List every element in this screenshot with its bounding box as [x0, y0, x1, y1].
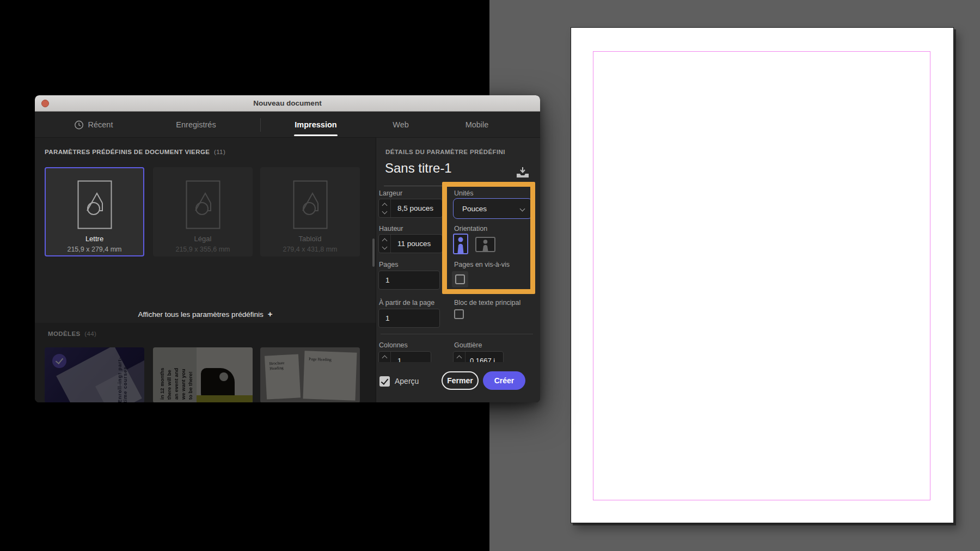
dialog-tabbar: Récent Enregistrés Impression Web Mobile — [35, 112, 540, 138]
templates-count: (44) — [84, 330, 96, 337]
hauteur-label: Hauteur — [379, 225, 403, 232]
show-all-presets-link[interactable]: Afficher tous les paramètres prédéfinis+ — [35, 309, 376, 322]
templates-section: MODÈLES (44) Enroll-ing! part-time cours… — [35, 323, 376, 402]
template-2-text: in 12 months there will be an event and … — [158, 351, 194, 400]
blank-presets-count: (11) — [214, 149, 225, 155]
clock-icon — [75, 120, 84, 130]
tab-impression[interactable]: Impression — [295, 112, 336, 138]
plus-icon: + — [268, 309, 273, 319]
tab-recent-label: Récent — [88, 120, 113, 129]
preset-card-lettre[interactable]: Lettre 215,9 x 279,4 mm — [45, 167, 144, 256]
stepper-up-icon[interactable] — [382, 238, 388, 243]
preset-name: Légal — [154, 235, 252, 243]
largeur-label: Largeur — [379, 189, 402, 197]
colonnes-value: 1 — [391, 357, 402, 362]
highlight-annotation-box — [442, 182, 535, 294]
start-page-value: 1 — [379, 314, 390, 322]
dialog-titlebar[interactable]: Nouveau document — [35, 95, 540, 112]
primary-text-frame-checkbox[interactable] — [454, 309, 464, 319]
apercu-label: Aperçu — [395, 376, 419, 387]
accent-stripe — [197, 395, 253, 402]
templates-header: MODÈLES (44) — [48, 330, 96, 337]
preset-dims: 279,4 x 431,8 mm — [261, 246, 359, 253]
largeur-stepper[interactable] — [379, 199, 391, 217]
stepper-up-icon[interactable] — [382, 203, 388, 208]
blank-presets-header: PARAMÈTRES PRÉDÉFINIS DE DOCUMENT VIERGE… — [45, 149, 225, 155]
tabbar-divider — [260, 118, 261, 132]
hauteur-field[interactable]: 11 pouces — [378, 234, 443, 253]
template-3-left-text: Brochure Heading — [265, 354, 299, 371]
start-page-label: À partir de la page — [379, 299, 434, 307]
preset-name: Tabloïd — [261, 235, 359, 243]
check-badge-icon — [52, 354, 66, 368]
preset-dims: 215,9 x 279,4 mm — [46, 246, 143, 253]
largeur-value: 8,5 pouces — [391, 204, 433, 212]
stepper-down-icon[interactable] — [382, 209, 388, 214]
gouttiere-field[interactable]: 0,1667 i — [453, 351, 504, 362]
start-page-field[interactable]: 1 — [378, 309, 440, 328]
blank-presets-header-text: PARAMÈTRES PRÉDÉFINIS DE DOCUMENT VIERGE — [45, 149, 210, 155]
creer-button[interactable]: Créer — [483, 371, 525, 390]
largeur-field[interactable]: 8,5 pouces — [378, 199, 443, 218]
colonnes-label: Colonnes — [379, 341, 408, 349]
document-page — [571, 27, 954, 523]
tab-web[interactable]: Web — [393, 112, 409, 138]
details-divider — [381, 334, 533, 334]
preset-dims: 215,9 x 355,6 mm — [154, 246, 252, 253]
tab-enregistres[interactable]: Enregistrés — [176, 112, 216, 138]
colonnes-stepper[interactable] — [379, 352, 391, 362]
preset-card-legal[interactable]: Légal 215,9 x 355,6 mm — [153, 167, 253, 256]
presets-panel: PARAMÈTRES PRÉDÉFINIS DE DOCUMENT VIERGE… — [35, 138, 376, 402]
stepper-down-icon[interactable] — [382, 244, 388, 249]
preset-card-tabloid[interactable]: Tabloïd 279,4 x 431,8 mm — [260, 167, 360, 256]
template-3-right-text: Page Heading — [304, 351, 357, 363]
apercu-checkbox[interactable] — [379, 376, 390, 387]
gouttiere-label: Gouttière — [454, 341, 482, 349]
tab-mobile[interactable]: Mobile — [465, 112, 489, 138]
gouttiere-value: 0,1667 i — [465, 357, 495, 362]
page-margin-guide — [593, 51, 930, 500]
document-name-input[interactable]: Sans titre-1 — [385, 161, 452, 176]
primary-text-frame-label: Bloc de texte principal — [454, 299, 520, 307]
details-header: DÉTAILS DU PARAMÈTRE PRÉDÉFINI — [385, 149, 505, 155]
pages-label: Pages — [379, 261, 398, 268]
fermer-button[interactable]: Fermer — [442, 371, 479, 390]
template-thumbnail-3[interactable]: Brochure Heading Page Heading — [260, 347, 360, 402]
template-thumbnail-2[interactable]: in 12 months there will be an event and … — [153, 347, 253, 402]
pages-field[interactable]: 1 — [378, 271, 440, 290]
preset-name: Lettre — [46, 235, 143, 243]
colonnes-field[interactable]: 1 — [378, 351, 431, 362]
dialog-footer: Aperçu Fermer Créer — [376, 362, 540, 402]
template-1-text: Enroll-ing! part-time courses — [117, 353, 128, 402]
save-preset-download-icon[interactable] — [516, 167, 530, 179]
dialog-title: Nouveau document — [35, 95, 540, 112]
document-canvas-area — [489, 0, 980, 551]
blank-document-icon — [77, 180, 112, 229]
scrollbar-thumb[interactable] — [372, 238, 375, 267]
hauteur-stepper[interactable] — [379, 235, 391, 253]
blank-document-icon — [186, 180, 220, 229]
templates-header-text: MODÈLES — [48, 330, 81, 337]
stepper-up-icon[interactable] — [457, 355, 462, 360]
blank-document-icon — [293, 180, 328, 229]
tab-recent[interactable]: Récent — [75, 112, 113, 138]
clipped-row: 1 0,1667 i — [376, 351, 540, 362]
gouttiere-stepper[interactable] — [454, 352, 465, 362]
pages-value: 1 — [379, 276, 390, 284]
active-tab-underline — [294, 134, 338, 136]
show-all-presets-label: Afficher tous les paramètres prédéfinis — [138, 310, 264, 319]
stepper-up-icon[interactable] — [382, 355, 388, 360]
template-thumbnail-1[interactable]: Enroll-ing! part-time courses — [45, 347, 144, 402]
hauteur-value: 11 pouces — [391, 240, 431, 248]
